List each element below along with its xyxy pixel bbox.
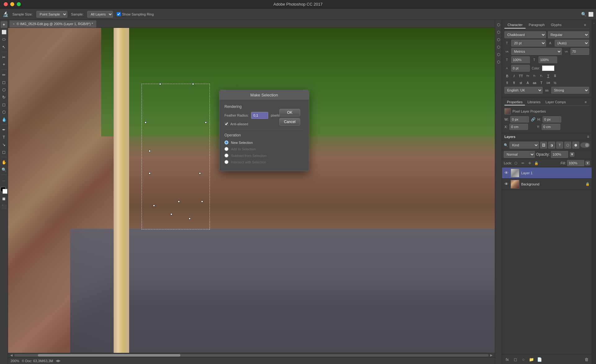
tab-character[interactable]: Character — [504, 22, 526, 29]
blur-tool[interactable]: 💧 — [1, 116, 7, 123]
filter-type-btn[interactable]: T — [556, 142, 563, 149]
w-input[interactable] — [510, 116, 529, 122]
horizontal-scrollbar[interactable]: ◀ ▶ — [8, 353, 495, 357]
history-brush-tool[interactable]: ↻ — [1, 94, 7, 100]
layers-filter-select[interactable]: Kind — [509, 142, 539, 149]
tab-paragraph[interactable]: Paragraph — [526, 22, 548, 29]
search-icon[interactable]: 🔍 — [581, 12, 586, 17]
layer-row-background[interactable]: 👁 Background 🔒 — [502, 179, 592, 190]
intersect-with-selection-radio[interactable] — [224, 160, 228, 164]
font-size-select[interactable]: 20 pt — [511, 40, 546, 47]
rectangular-marquee-tool[interactable]: ⬜ — [1, 29, 7, 35]
gradient-tool[interactable]: ⬡ — [1, 109, 7, 115]
background-color[interactable] — [2, 189, 7, 194]
more-tools[interactable]: … — [1, 176, 7, 183]
add-fx-btn[interactable]: fx — [504, 356, 511, 363]
ordinal-btn[interactable]: A — [525, 80, 531, 86]
fill-arrow[interactable]: ▼ — [585, 161, 590, 165]
y-input[interactable] — [542, 124, 560, 130]
crop-tool[interactable]: ✂ — [1, 54, 7, 60]
font-style-select[interactable]: Regular — [548, 31, 589, 38]
tab-libraries[interactable]: Libraries — [525, 99, 543, 105]
feather-radius-input[interactable] — [251, 112, 268, 119]
blend-mode-select[interactable]: Normal — [504, 151, 535, 158]
layer-row-layer1[interactable]: 👁 Layer 1 — [502, 167, 592, 179]
panel-menu-btn[interactable]: ≡ — [581, 22, 589, 29]
color-swatch[interactable] — [542, 65, 554, 71]
zoom-tool[interactable]: 🔍 — [1, 166, 7, 173]
baseline-input[interactable] — [511, 65, 530, 72]
hand-tool[interactable]: ✋ — [1, 159, 7, 166]
add-mask-btn[interactable]: ◻ — [512, 356, 519, 363]
close-button[interactable] — [4, 2, 8, 6]
eraser-tool[interactable]: ◻ — [1, 101, 7, 108]
delete-layer-btn[interactable]: 🗑 — [583, 356, 590, 363]
superscript-btn[interactable]: T↑ — [532, 73, 537, 79]
aa-select[interactable]: Strong — [551, 87, 589, 94]
font-family-select[interactable]: Chalkboard — [504, 31, 546, 38]
scroll-left-btn[interactable]: ◀ — [9, 353, 14, 357]
fractions-btn[interactable]: T — [539, 80, 544, 86]
filter-adj-btn[interactable]: ◑ — [548, 142, 555, 149]
fraction-btn[interactable]: ½ — [552, 80, 558, 86]
new-group-btn[interactable]: 📁 — [528, 356, 535, 363]
anti-aliased-checkbox[interactable] — [224, 122, 228, 126]
subscript-btn[interactable]: T↓ — [539, 73, 544, 79]
lock-transparent-btn[interactable]: ⬡ — [513, 160, 519, 166]
quick-mask-tool[interactable]: ◼ — [1, 195, 7, 202]
cancel-button[interactable]: Cancel — [279, 118, 300, 126]
lock-all-btn[interactable]: 🔒 — [534, 160, 539, 166]
all-caps-btn[interactable]: TT — [518, 73, 524, 79]
pen-tool[interactable]: ✒ — [1, 126, 7, 133]
new-layer-btn[interactable]: 📄 — [536, 356, 543, 363]
secondary-tool-1[interactable]: ⬡ — [495, 22, 502, 28]
scroll-right-btn[interactable]: ▶ — [489, 353, 494, 357]
italic-btn[interactable]: I — [511, 73, 517, 79]
eyedropper-tool[interactable]: ⌖ — [1, 61, 7, 68]
kerning-input[interactable] — [571, 48, 589, 55]
shape-tool[interactable]: ◻ — [1, 149, 7, 155]
stylistic-alt-btn[interactable]: st — [518, 80, 524, 86]
sample-select[interactable]: All Layers — [87, 11, 113, 18]
h-input[interactable] — [543, 116, 561, 122]
new-selection-radio[interactable] — [224, 140, 228, 144]
add-to-selection-radio[interactable] — [224, 147, 228, 151]
subtract-from-selection-radio[interactable] — [224, 153, 228, 158]
panel-expand-btn[interactable]: › — [592, 20, 596, 364]
tab-glyphs[interactable]: Glyphs — [548, 22, 565, 29]
ok-button[interactable]: OK — [279, 109, 300, 116]
secondary-tool-4[interactable]: ⬡ — [495, 44, 502, 50]
fill-input[interactable] — [567, 160, 584, 166]
opacity-input[interactable] — [551, 151, 568, 158]
scale-h-input[interactable] — [511, 56, 530, 63]
ligature-fi-btn[interactable]: fi — [504, 80, 510, 86]
secondary-tool-6[interactable]: ⬡ — [495, 59, 502, 65]
ordinal2-btn[interactable]: 1st — [545, 80, 551, 86]
small-caps-btn[interactable]: Tт — [525, 73, 531, 79]
tracking-select[interactable]: Metrics — [511, 48, 562, 55]
tab-close-btn[interactable]: × — [13, 22, 15, 26]
arrange-icon[interactable]: ⬜ — [588, 12, 594, 17]
show-sampling-ring-checkbox[interactable] — [117, 12, 121, 16]
language-select[interactable]: English: UK — [504, 87, 543, 94]
scale-v-input[interactable] — [539, 56, 557, 63]
filter-smart-btn[interactable]: ⬢ — [572, 142, 579, 149]
lock-image-btn[interactable]: ✏ — [520, 160, 526, 166]
healing-brush-tool[interactable]: ✏ — [1, 71, 7, 78]
secondary-tool-2[interactable]: ⬡ — [495, 29, 502, 35]
underline-btn[interactable]: T — [545, 73, 551, 79]
canvas-area[interactable]: Make Selection OK Cancel Rendering Feath… — [8, 28, 495, 353]
ligature-fl-btn[interactable]: fl — [511, 80, 517, 86]
antialiasing-btn[interactable]: aa — [532, 80, 537, 86]
leading-select[interactable]: (Auto) — [555, 40, 589, 47]
brush-tool[interactable]: ◻ — [1, 79, 7, 86]
strikethrough-btn[interactable]: T — [552, 73, 558, 79]
tab-layer-comps[interactable]: Layer Comps — [543, 99, 568, 105]
layers-menu-btn[interactable]: ≡ — [587, 135, 589, 139]
x-input[interactable] — [509, 124, 528, 130]
secondary-tool-5[interactable]: ⬡ — [495, 51, 502, 58]
clone-stamp-tool[interactable]: ⬡ — [1, 86, 7, 93]
background-visibility-eye[interactable]: 👁 — [504, 182, 509, 186]
filter-toggle[interactable] — [580, 143, 590, 148]
path-selection-tool[interactable]: ↘ — [1, 141, 7, 148]
